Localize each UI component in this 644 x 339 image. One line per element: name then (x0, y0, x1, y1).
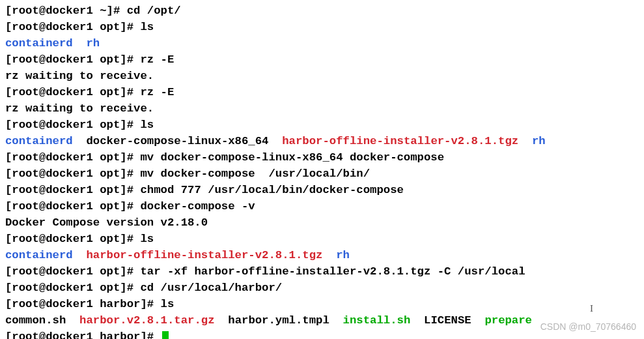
prompt: [root@docker1 opt]# (5, 86, 140, 98)
ls-output: common.sh harbor.v2.8.1.tar.gz harbor.ym… (5, 312, 639, 329)
command: rz -E (140, 86, 174, 98)
command: ls (140, 119, 154, 131)
ls-output: containerd rh (5, 35, 639, 52)
command: ls (140, 21, 154, 33)
terminal-line: [root@docker1 opt]# ls (5, 19, 639, 35)
terminal-line: [root@docker1 opt]# mv docker-compose /u… (5, 166, 639, 182)
command: docker-compose -v (140, 200, 255, 213)
output-line: Docker Compose version v2.18.0 (5, 214, 639, 231)
command: chmod 777 /usr/local/bin/docker-compose (140, 184, 403, 196)
prompt: [root@docker1 ~]# (5, 5, 127, 17)
file-install-sh: install.sh (343, 314, 411, 327)
prompt: [root@docker1 opt]# (5, 21, 140, 33)
terminal-line: [root@docker1 opt]# docker-compose -v (5, 198, 639, 214)
command: mv docker-compose /usr/local/bin/ (140, 168, 370, 180)
file-docker-compose-linux: docker-compose-linux-x86_64 (86, 135, 268, 147)
ls-output: containerd docker-compose-linux-x86_64 h… (5, 133, 639, 149)
cursor-icon (162, 331, 169, 339)
terminal-line: [root@docker1 harbor]# ls (5, 296, 639, 312)
command: rz -E (140, 53, 174, 66)
command: ls (140, 233, 154, 245)
file-harbor-tgz: harbor-offline-installer-v2.8.1.tgz (86, 249, 322, 261)
file-harbor-tar-gz: harbor.v2.8.1.tar.gz (79, 314, 214, 327)
dir-rh: rh (86, 37, 100, 50)
command: ls (161, 298, 175, 310)
terminal-line: [root@docker1 opt]# rz -E (5, 84, 639, 100)
file-harbor-yml-tmpl: harbor.yml.tmpl (228, 314, 329, 327)
file-prepare: prepare (484, 314, 532, 327)
prompt: [root@docker1 opt]# (5, 265, 140, 278)
terminal-line: [root@docker1 ~]# cd /opt/ (5, 3, 639, 19)
terminal-line: [root@docker1 opt]# ls (5, 117, 639, 133)
terminal-line: [root@docker1 opt]# rz -E (5, 52, 639, 68)
dir-rh: rh (532, 135, 546, 147)
dir-containerd: containerd (5, 249, 73, 261)
terminal-line[interactable]: [root@docker1 harbor]# (5, 329, 639, 339)
dir-rh: rh (336, 249, 350, 261)
output-line: rz waiting to receive. (5, 68, 639, 84)
command: cd /usr/local/harbor/ (140, 282, 282, 294)
output-line: rz waiting to receive. (5, 100, 639, 117)
file-common-sh: common.sh (5, 314, 66, 327)
prompt: [root@docker1 opt]# (5, 53, 140, 66)
file-license: LICENSE (424, 314, 471, 327)
command: cd /opt/ (127, 5, 181, 17)
command: mv docker-compose-linux-x86_64 docker-co… (140, 151, 444, 164)
prompt: [root@docker1 harbor]# (5, 331, 161, 339)
prompt: [root@docker1 opt]# (5, 200, 140, 213)
prompt: [root@docker1 opt]# (5, 151, 140, 164)
prompt: [root@docker1 opt]# (5, 184, 140, 196)
terminal-line: [root@docker1 opt]# ls (5, 231, 639, 247)
ls-output: containerd harbor-offline-installer-v2.8… (5, 247, 639, 263)
prompt: [root@docker1 opt]# (5, 282, 140, 294)
prompt: [root@docker1 opt]# (5, 168, 140, 180)
terminal-line: [root@docker1 opt]# tar -xf harbor-offli… (5, 263, 639, 280)
dir-containerd: containerd (5, 135, 73, 147)
file-harbor-tgz: harbor-offline-installer-v2.8.1.tgz (282, 135, 518, 147)
prompt: [root@docker1 opt]# (5, 119, 140, 131)
terminal-line: [root@docker1 opt]# mv docker-compose-li… (5, 149, 639, 166)
prompt: [root@docker1 opt]# (5, 233, 140, 245)
prompt: [root@docker1 harbor]# (5, 298, 161, 310)
command: tar -xf harbor-offline-installer-v2.8.1.… (140, 265, 525, 278)
terminal-line: [root@docker1 opt]# chmod 777 /usr/local… (5, 182, 639, 198)
terminal-line: [root@docker1 opt]# cd /usr/local/harbor… (5, 280, 639, 296)
dir-containerd: containerd (5, 37, 73, 50)
